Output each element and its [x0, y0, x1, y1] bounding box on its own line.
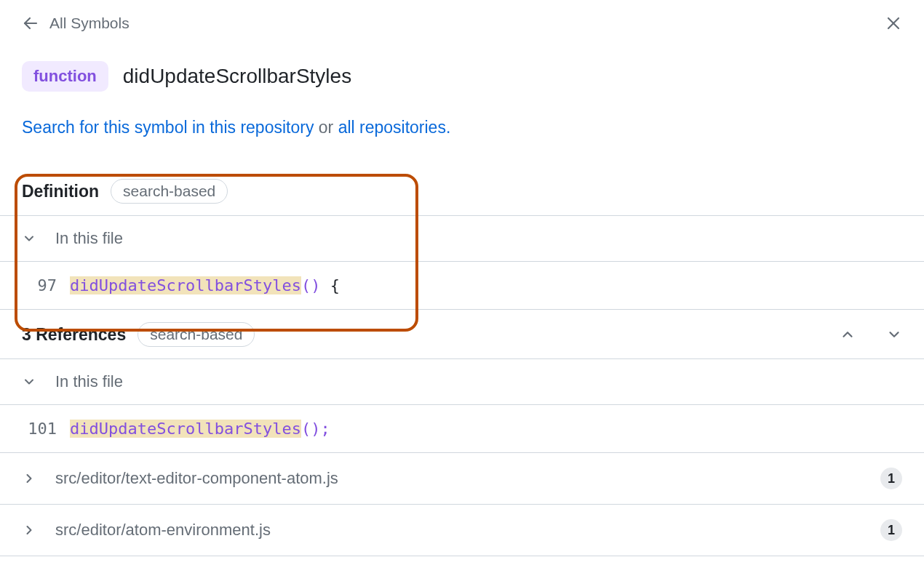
reference-path: src/editor/text-editor-component-atom.js [55, 469, 861, 488]
search-all-link[interactable]: all repositories. [338, 118, 451, 137]
references-nav [840, 326, 902, 342]
code-rest: (); [301, 420, 330, 438]
close-button[interactable] [885, 15, 902, 32]
definition-file-label: In this file [55, 229, 123, 248]
references-file-label: In this file [55, 372, 123, 391]
reference-code-row[interactable]: 101 didUpdateScrollbarStyles(); [0, 405, 924, 453]
next-button[interactable] [886, 326, 902, 342]
chevron-down-icon [886, 326, 902, 342]
code-line: didUpdateScrollbarStyles(); [70, 420, 330, 438]
symbol-name: didUpdateScrollbarStyles [123, 65, 351, 88]
chevron-right-icon [22, 523, 36, 537]
definition-header: Definition search-based [0, 167, 924, 216]
definition-file-toggle[interactable]: In this file [0, 216, 924, 262]
code-line: didUpdateScrollbarStyles() { [70, 276, 340, 294]
reference-file-row[interactable]: src/editor/text-editor-component-atom.js… [0, 453, 924, 505]
reference-count: 1 [880, 468, 902, 489]
prev-button[interactable] [840, 326, 856, 342]
code-parens: () [301, 276, 321, 294]
reference-path: src/editor/atom-environment.js [55, 521, 861, 540]
search-links: Search for this symbol in this repositor… [0, 118, 924, 167]
reference-count: 1 [880, 519, 902, 541]
definition-code-row[interactable]: 97 didUpdateScrollbarStyles() { [0, 262, 924, 310]
chevron-right-icon [22, 471, 36, 486]
line-number: 97 [22, 276, 57, 294]
chevron-down-icon [22, 374, 36, 389]
close-icon [885, 15, 902, 32]
chevron-up-icon [840, 326, 856, 342]
references-header: 3 References search-based [0, 310, 924, 359]
search-or: or [314, 118, 338, 137]
references-file-toggle[interactable]: In this file [0, 359, 924, 405]
code-brace: { [320, 276, 340, 294]
code-highlight: didUpdateScrollbarStyles [70, 420, 301, 438]
search-repo-link[interactable]: Search for this symbol in this repositor… [22, 118, 314, 137]
back-label: All Symbols [49, 15, 130, 32]
line-number: 101 [22, 420, 57, 438]
chevron-down-icon [22, 231, 36, 246]
back-button[interactable]: All Symbols [22, 15, 130, 32]
arrow-left-icon [22, 15, 39, 32]
reference-file-row[interactable]: src/editor/atom-environment.js 1 [0, 505, 924, 556]
symbol-kind-badge: function [22, 61, 108, 92]
references-badge: search-based [138, 322, 255, 347]
title-row: function didUpdateScrollbarStyles [0, 54, 924, 118]
definition-title: Definition [22, 182, 99, 201]
definition-badge: search-based [111, 179, 228, 204]
code-highlight: didUpdateScrollbarStyles [70, 276, 301, 294]
symbol-panel: All Symbols function didUpdateScrollbarS… [0, 0, 924, 573]
topbar: All Symbols [0, 15, 924, 54]
references-title: 3 References [22, 325, 126, 345]
